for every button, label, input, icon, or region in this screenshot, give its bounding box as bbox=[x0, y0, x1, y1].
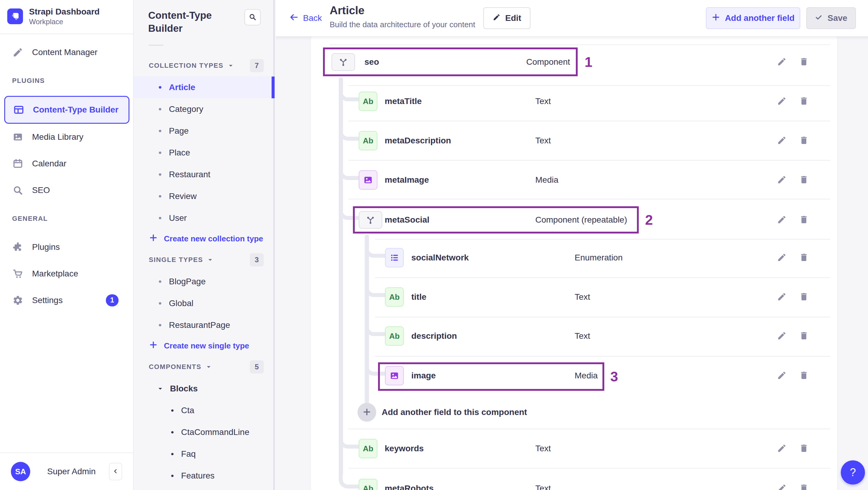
subnav-group-blocks[interactable]: Blocks bbox=[134, 378, 273, 400]
subnav-create-link[interactable]: Create new collection type bbox=[134, 229, 273, 249]
subnav-subitem-label: Cta bbox=[181, 406, 194, 415]
delete-field-button[interactable] bbox=[797, 55, 810, 69]
delete-field-button[interactable] bbox=[797, 134, 810, 147]
add-another-field-label: Add another field bbox=[725, 13, 795, 23]
subnav-section-header[interactable]: SINGLE TYPES3 bbox=[134, 249, 273, 271]
sidebar-item-seo[interactable]: SEO bbox=[0, 177, 133, 204]
sidebar-item-marketplace[interactable]: Marketplace bbox=[0, 261, 133, 287]
subnav-item-restaurant[interactable]: •Restaurant bbox=[134, 164, 273, 185]
field-row-metaSocial[interactable]: metaSocialComponent (repeatable) bbox=[311, 200, 837, 240]
sidebar-item-content-manager[interactable]: Content Manager bbox=[0, 39, 133, 66]
field-row-description[interactable]: AbdescriptionText bbox=[311, 316, 837, 356]
field-name: description bbox=[411, 331, 457, 341]
subnav-item-blogpage[interactable]: •BlogPage bbox=[134, 271, 273, 293]
trash-icon bbox=[799, 96, 809, 107]
subnav-item-category[interactable]: •Category bbox=[134, 98, 273, 120]
subnav-item-user[interactable]: •User bbox=[134, 207, 273, 229]
field-name: metaTitle bbox=[385, 96, 422, 106]
sidebar-item-calendar[interactable]: Calendar bbox=[0, 150, 133, 177]
field-row-metaImage[interactable]: metaImageMedia bbox=[311, 160, 837, 200]
delete-field-button[interactable] bbox=[797, 442, 810, 455]
field-row-seo[interactable]: seoComponent bbox=[311, 42, 837, 82]
subnav-section-header[interactable]: COMPONENTS5 bbox=[134, 356, 273, 378]
edit-field-button[interactable] bbox=[775, 134, 788, 147]
edit-field-button[interactable] bbox=[775, 329, 788, 343]
field-row-metaRobots[interactable]: AbmetaRobotsText bbox=[311, 469, 837, 490]
pen-icon bbox=[12, 47, 24, 58]
delete-field-button[interactable] bbox=[797, 251, 810, 264]
add-component-field-button[interactable] bbox=[358, 403, 376, 422]
help-button[interactable]: ? bbox=[841, 460, 865, 485]
sidebar-collapse-button[interactable] bbox=[109, 463, 122, 480]
edit-field-button[interactable] bbox=[775, 290, 788, 304]
sidebar-user-footer: SA Super Admin bbox=[0, 453, 133, 490]
trash-icon bbox=[799, 135, 809, 146]
chevron-down-icon bbox=[206, 364, 212, 370]
subnav-subitem-features[interactable]: •Features bbox=[134, 465, 273, 487]
edit-field-button[interactable] bbox=[775, 55, 788, 69]
text-icon: Ab bbox=[359, 92, 377, 111]
edit-field-button[interactable] bbox=[775, 482, 788, 490]
sidebar-item-label: Marketplace bbox=[32, 269, 78, 279]
component-icon bbox=[359, 211, 382, 229]
annotation-number-1: 1 bbox=[585, 54, 592, 70]
subnav-subitem-faq[interactable]: •Faq bbox=[134, 443, 273, 465]
edit-field-button[interactable] bbox=[775, 173, 788, 187]
subnav-subitem-cta[interactable]: •Cta bbox=[134, 400, 273, 421]
sidebar-nav: Content ManagerPLUGINSContent-Type Build… bbox=[0, 34, 133, 314]
main-sidebar: Strapi Dashboard Workplace Content Manag… bbox=[0, 0, 134, 490]
subnav-item-restaurantpage[interactable]: •RestaurantPage bbox=[134, 314, 273, 336]
delete-field-button[interactable] bbox=[797, 482, 810, 490]
delete-field-button[interactable] bbox=[797, 213, 810, 226]
field-name: metaImage bbox=[385, 175, 429, 185]
field-row-socialNetwork[interactable]: socialNetworkEnumeration bbox=[311, 238, 837, 277]
subnav-subitem-ctacommandline[interactable]: •CtaCommandLine bbox=[134, 421, 273, 443]
sidebar-section-label: GENERAL bbox=[0, 204, 133, 234]
field-row-metaDescription[interactable]: AbmetaDescriptionText bbox=[311, 121, 837, 160]
edit-field-button[interactable] bbox=[775, 251, 788, 264]
trash-icon bbox=[799, 215, 809, 225]
field-name: socialNetwork bbox=[411, 253, 469, 263]
field-row-keywords[interactable]: AbkeywordsText bbox=[311, 429, 837, 468]
field-row-metaTitle[interactable]: AbmetaTitleText bbox=[311, 82, 837, 121]
save-button[interactable]: Save bbox=[806, 7, 856, 29]
field-type: Text bbox=[535, 484, 551, 490]
delete-field-button[interactable] bbox=[797, 173, 810, 187]
sidebar-item-content-type-builder[interactable]: Content-Type Builder bbox=[4, 96, 129, 124]
subnav-item-label: Global bbox=[169, 299, 193, 308]
subnav-item-page[interactable]: •Page bbox=[134, 120, 273, 142]
add-another-field-button[interactable]: Add another field bbox=[706, 7, 800, 29]
subnav-item-review[interactable]: •Review bbox=[134, 185, 273, 207]
search-button[interactable] bbox=[244, 9, 261, 25]
subnav-section-header[interactable]: COLLECTION TYPES7 bbox=[134, 55, 273, 76]
subnav-item-global[interactable]: •Global bbox=[134, 293, 273, 314]
bullet-icon: • bbox=[171, 471, 174, 481]
delete-field-button[interactable] bbox=[797, 329, 810, 343]
edit-field-button[interactable] bbox=[775, 213, 788, 226]
subnav-item-place[interactable]: •Place bbox=[134, 142, 273, 164]
edit-field-button[interactable] bbox=[775, 95, 788, 108]
delete-field-button[interactable] bbox=[797, 369, 810, 382]
edit-field-button[interactable] bbox=[775, 369, 788, 382]
edit-field-button[interactable] bbox=[775, 442, 788, 455]
sidebar-item-plugins[interactable]: Plugins bbox=[0, 234, 133, 261]
field-name: image bbox=[411, 371, 436, 380]
field-row-title[interactable]: AbtitleText bbox=[311, 277, 837, 317]
subnav-section-label: COLLECTION TYPES bbox=[149, 62, 223, 69]
delete-field-button[interactable] bbox=[797, 95, 810, 108]
subnav-item-article[interactable]: •Article bbox=[134, 76, 273, 98]
plus-icon bbox=[149, 233, 158, 244]
delete-field-button[interactable] bbox=[797, 290, 810, 304]
sidebar-item-settings[interactable]: Settings1 bbox=[0, 287, 133, 314]
sidebar-item-label: Plugins bbox=[32, 242, 60, 252]
sidebar-item-media-library[interactable]: Media Library bbox=[0, 124, 133, 150]
back-link[interactable]: Back bbox=[289, 0, 322, 36]
edit-button[interactable]: Edit bbox=[483, 7, 530, 29]
avatar[interactable]: SA bbox=[11, 462, 30, 481]
pencil-icon bbox=[777, 292, 787, 303]
subnav-create-link[interactable]: Create new single type bbox=[134, 336, 273, 356]
picture-icon bbox=[12, 131, 24, 143]
field-row-image[interactable]: imageMedia bbox=[311, 356, 837, 395]
workspace-switcher[interactable]: Strapi Dashboard Workplace bbox=[0, 0, 133, 34]
trash-icon bbox=[799, 443, 809, 454]
